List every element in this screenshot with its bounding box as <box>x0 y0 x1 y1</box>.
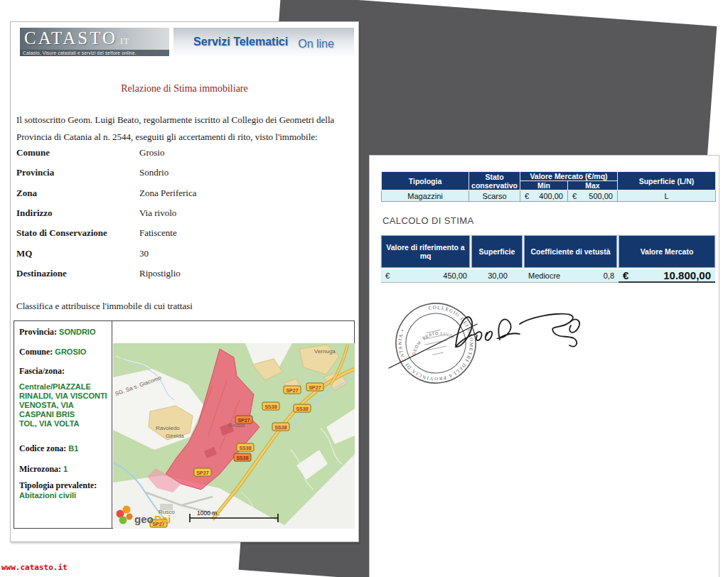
classify-note: Classifica e attribuisce l'immobile di c… <box>16 301 193 312</box>
zone-microzona-value: 1 <box>63 465 68 473</box>
zone-codice-label: Codice zona: <box>19 443 66 453</box>
field-value: Via rivolo <box>139 207 176 219</box>
calc-section-title: CALCOLO DI STIMA <box>382 215 473 226</box>
intro-paragraph: Il sottoscritto Geom. Luigi Beato, regol… <box>16 112 355 146</box>
map-label-ravoledo: Ravoledo <box>156 425 180 431</box>
field-row-stato: Stato di Conservazione Fatiscente <box>16 227 350 239</box>
svg-text:SS38: SS38 <box>296 406 308 411</box>
zone-comune-value: GROSIO <box>55 347 86 356</box>
svg-text:SP27: SP27 <box>196 470 208 475</box>
notary-stamp: COLLEGIO DEI GEOMETRI DELLA PROVINCIA DI… <box>389 296 483 391</box>
map-badge-ss38: SS38 <box>234 453 251 461</box>
online-label: On line <box>298 33 334 50</box>
valore-mercato-value: 10.800,00 <box>663 269 711 281</box>
table-row: Magazzini Scarso € 400,00 € 500,00 L <box>382 190 716 202</box>
map-badge-sp27: SP27 <box>194 468 211 476</box>
field-label: MQ <box>16 248 32 259</box>
catasto-logo: CATASTO.IT Catasto, Visure catastali e s… <box>20 28 169 56</box>
zone-map-box: Provincia: SONDRIO Comune: GROSIO Fascia… <box>14 320 355 529</box>
riferimento-value: 450,00 <box>443 271 467 280</box>
map-label-vernuga: Vernuga <box>314 348 336 355</box>
svg-text:SP27: SP27 <box>309 385 321 390</box>
stamp-and-signature: COLLEGIO DEI GEOMETRI DELLA PROVINCIA DI… <box>387 294 601 401</box>
cell-stato: Scarso <box>469 190 520 202</box>
map-badge-ss38: SS38 <box>294 404 311 412</box>
euro-symbol: € <box>623 269 628 281</box>
zone-info-panel: Provincia: SONDRIO Comune: GROSIO Fascia… <box>14 321 112 528</box>
zone-map[interactable]: Vernuga Grosio Ravoledo Girelda Rusco SG… <box>113 343 355 529</box>
field-value: Fatiscente <box>139 227 177 239</box>
field-label: Comune <box>16 147 50 158</box>
min-value: 400,00 <box>539 192 563 200</box>
svg-text:SS38: SS38 <box>264 404 277 409</box>
zone-provincia: Provincia: SONDRIO <box>19 327 95 338</box>
zone-fascia-label: Fascia/zona: <box>19 366 65 377</box>
servizi-telematici-label: Servizi Telematici <box>193 36 288 48</box>
cell-superficie: L <box>618 190 716 202</box>
field-value: 30 <box>139 248 149 259</box>
map-badge-sp27: SP27 <box>306 383 323 391</box>
col-header-valore-mercato: Valore Mercato (€/mq) <box>520 172 618 181</box>
svg-text:SP27: SP27 <box>286 388 298 393</box>
cell-coefficiente: Mediocre 0,8 <box>524 269 619 283</box>
cell-max: € 500,00 <box>568 190 618 202</box>
field-row-provincia: Provincia Sondrio <box>16 167 350 178</box>
field-label: Indirizzo <box>16 207 53 218</box>
map-scale-label: 1000 m <box>197 509 217 517</box>
field-row-destinazione: Destinazione Ripostiglio <box>16 268 350 279</box>
map-badge-ss38: SS38 <box>237 443 254 451</box>
cell-superficie: 30,00 <box>471 269 524 283</box>
field-row-indirizzo: Indirizzo Via rivolo <box>16 207 350 219</box>
svg-text:SS38: SS38 <box>274 425 287 430</box>
svg-text:SS38: SS38 <box>239 446 251 451</box>
calc-table-row: € 450,00 30,00 Mediocre 0,8 € 10.800,00 <box>381 269 715 283</box>
map-badge-ss38: SS38 <box>272 423 289 431</box>
field-label: Stato di Conservazione <box>16 227 107 238</box>
servizi-banner: Servizi Telematici On line <box>173 28 354 56</box>
zone-codice-value: B1 <box>68 444 78 453</box>
zone-microzona-label: Microzona: <box>19 464 61 474</box>
cell-min: € 400,00 <box>520 190 568 202</box>
zone-microzona: Microzona: 1 <box>19 464 68 475</box>
field-value: Grosio <box>139 147 164 158</box>
zone-codice: Codice zona: B1 <box>19 443 78 454</box>
superficie-value: 30,00 <box>488 271 508 280</box>
col-header-superficie: Superficie <box>471 235 523 268</box>
col-header-stato: Stato conservativo <box>469 172 520 190</box>
catasto-tagline: Catasto, Visure catastali e servizi del … <box>20 50 169 56</box>
coeff-value: 0,8 <box>604 271 614 280</box>
col-header-tipologia: Tipologia <box>382 172 469 190</box>
col-header-max: Max <box>568 181 618 190</box>
field-row-comune: Comune Grosio <box>16 147 350 158</box>
col-header-riferimento: Valore di riferimento a mq <box>381 235 470 268</box>
report-page-2: Tipologia Stato conservativo Valore Merc… <box>369 155 719 577</box>
page-title: Relazione di Stima immobiliare <box>11 83 358 95</box>
euro-symbol: € <box>385 271 390 280</box>
geopoi-geo: geo <box>134 513 154 525</box>
zone-provincia-value: SONDRIO <box>59 328 95 336</box>
market-values-table: Tipologia Stato conservativo Valore Merc… <box>381 171 716 202</box>
zone-fascia-value: Centrale/PIAZZALE RINALDI, VIA VISCONTI … <box>19 382 107 428</box>
svg-text:COLLEGIO DEI GEOMETRI DELLA PR: COLLEGIO DEI GEOMETRI DELLA PROVINCIA DI… <box>390 298 481 389</box>
footer-url[interactable]: www.catasto.it <box>1 563 68 572</box>
max-value: 500,00 <box>589 192 613 200</box>
euro-symbol: € <box>525 192 529 200</box>
geopoi-poi: Poi <box>154 513 171 525</box>
map-badge-sp27: SP27 <box>235 416 252 424</box>
field-value: Sondrio <box>139 167 168 178</box>
field-row-zona: Zona Zona Periferica <box>16 188 350 199</box>
field-value: Ripostiglio <box>139 268 181 279</box>
catasto-logo-tld: .IT <box>117 36 129 46</box>
report-page-1: CATASTO.IT Catasto, Visure catastali e s… <box>10 21 359 542</box>
field-label: Destinazione <box>16 268 67 279</box>
map-badge-ss38: SS38 <box>262 402 279 410</box>
col-header-superficie: Superficie (L/N) <box>618 172 716 190</box>
cell-tipologia: Magazzini <box>382 190 469 202</box>
svg-text:SS38: SS38 <box>236 455 248 460</box>
zone-comune: Comune: GROSIO <box>19 347 86 357</box>
zone-fascia-line2: TOL, VIA VOLTA <box>19 419 80 428</box>
field-label: Provincia <box>16 167 54 178</box>
map-badge-sp27: SP27 <box>284 386 301 394</box>
col-header-min: Min <box>520 181 568 190</box>
zone-tipologia-value: Abitazioni civili <box>19 491 76 500</box>
